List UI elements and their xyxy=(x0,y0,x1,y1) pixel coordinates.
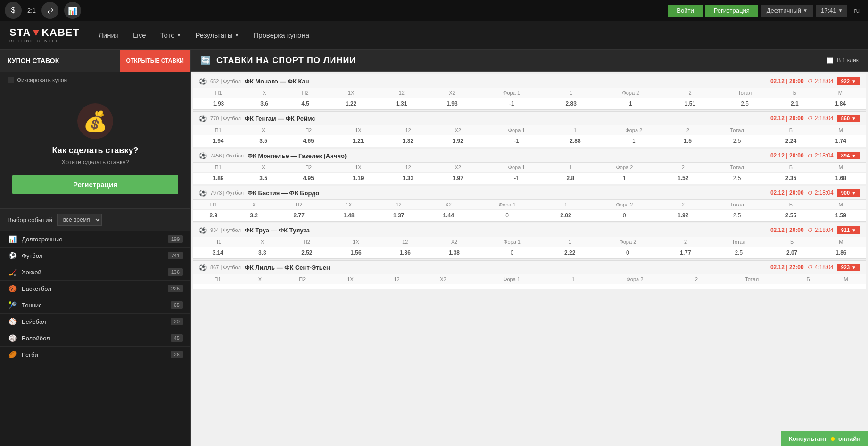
fora2-odd[interactable]: 1.92 xyxy=(658,210,708,222)
total-m[interactable]: 1.74 xyxy=(816,135,866,147)
nav-coupon-check[interactable]: Проверка купона xyxy=(253,29,309,41)
odd-x[interactable]: 3.5 xyxy=(243,135,284,147)
odd-x[interactable]: 3.3 xyxy=(242,247,282,259)
odd-x2[interactable]: 1.93 xyxy=(427,98,477,110)
odd-x2[interactable] xyxy=(419,284,467,289)
in-1-click-checkbox[interactable] xyxy=(827,57,833,64)
sport-item-baseball[interactable]: ⚾ Бейсбол 20 xyxy=(0,314,190,330)
odd-x[interactable]: 3.5 xyxy=(243,173,284,184)
nav-results[interactable]: Результаты ▼ xyxy=(195,29,239,41)
match-id: 7456 | Футбол xyxy=(210,153,244,158)
total-b[interactable]: 2.07 xyxy=(767,247,816,259)
odd-p2[interactable]: 2.77 xyxy=(274,210,324,222)
odd-1x[interactable]: 1.19 xyxy=(333,173,383,184)
fix-checkbox[interactable] xyxy=(8,77,14,83)
match-timer: ⏱ 2:18:04 xyxy=(808,227,834,233)
dollar-icon[interactable]: $ xyxy=(5,2,22,19)
decimal-dropdown[interactable]: Десятичный ▼ xyxy=(761,5,813,17)
fora2-odd[interactable] xyxy=(679,284,713,289)
odd-1x[interactable]: 1.22 xyxy=(326,98,376,110)
col-header: 12 xyxy=(374,274,419,284)
odd-p2[interactable]: 4.5 xyxy=(285,98,326,110)
sport-item-tennis[interactable]: 🎾 Теннис 65 xyxy=(0,297,190,314)
odd-p1[interactable]: 1.89 xyxy=(193,173,243,184)
odd-x[interactable] xyxy=(242,284,278,289)
chart-icon[interactable]: 📊 xyxy=(64,2,81,19)
col-header: П2 xyxy=(274,200,324,210)
total-m[interactable]: 1.86 xyxy=(817,247,866,259)
fora1-val: -1 xyxy=(483,135,550,147)
odd-12[interactable] xyxy=(374,284,419,289)
odd-x[interactable]: 3.6 xyxy=(244,98,285,110)
nav-linia[interactable]: Линия xyxy=(99,29,119,41)
odd-p1[interactable]: 1.94 xyxy=(193,135,243,147)
sport-item-basketball[interactable]: 🏀 Баскетбол 225 xyxy=(0,281,190,297)
total-b[interactable]: 2.1 xyxy=(774,98,815,110)
fora2-odd[interactable]: 1.5 xyxy=(668,135,708,147)
odd-p1[interactable]: 2.9 xyxy=(193,210,234,222)
fora2-odd[interactable]: 1.77 xyxy=(661,247,710,259)
football-icon: ⚽ xyxy=(8,252,17,259)
odd-12[interactable]: 1.37 xyxy=(374,210,424,222)
odd-p2[interactable] xyxy=(278,284,327,289)
register-top-button[interactable]: Регистрация xyxy=(705,5,758,17)
odd-1x[interactable]: 1.56 xyxy=(331,247,380,259)
sport-item-rugby[interactable]: 🏉 Регби 26 xyxy=(0,347,190,363)
odd-p2[interactable]: 4.95 xyxy=(283,173,333,184)
total-m[interactable]: 1.84 xyxy=(815,98,866,110)
total-m[interactable]: 1.68 xyxy=(816,173,866,184)
sport-list: 📊 Долгосрочные 199 ⚽ Футбол 741 🏒 Хоккей… xyxy=(0,231,190,363)
total-b[interactable]: 2.35 xyxy=(766,173,816,184)
fora1-odd[interactable]: 2.88 xyxy=(550,135,600,147)
odd-x[interactable]: 3.2 xyxy=(234,210,274,222)
register-sidebar-button[interactable]: Регистрация xyxy=(12,175,178,194)
col-header: П1 xyxy=(193,125,243,135)
logo[interactable]: STA▼KABET BETTING CENTER xyxy=(9,26,80,43)
total-b[interactable]: 2.24 xyxy=(766,135,816,147)
fora2-odd[interactable]: 1.52 xyxy=(658,173,708,184)
odd-12[interactable]: 1.36 xyxy=(380,247,430,259)
odd-x2[interactable]: 1.44 xyxy=(423,210,473,222)
col-header: М xyxy=(826,274,866,284)
total-m[interactable] xyxy=(826,284,866,289)
odd-p1[interactable]: 1.93 xyxy=(193,98,244,110)
odd-12[interactable]: 1.33 xyxy=(383,173,433,184)
odd-p2[interactable]: 4.65 xyxy=(283,135,333,147)
login-button[interactable]: Войти xyxy=(668,5,702,17)
fora1-odd[interactable]: 2.8 xyxy=(550,173,591,184)
open-bets-button[interactable]: ОТКРЫТЫЕ СТАВКИ xyxy=(120,50,190,72)
odd-1x[interactable]: 1.21 xyxy=(333,135,383,147)
match-block: ⚽ 867 | Футбол ФК Лилль — ФК Сент-Этьен … xyxy=(193,260,866,289)
odd-p1[interactable] xyxy=(193,284,242,289)
odd-12[interactable]: 1.32 xyxy=(383,135,433,147)
odd-1x[interactable]: 1.48 xyxy=(324,210,374,222)
nav-live[interactable]: Live xyxy=(133,29,146,41)
fora2-odd[interactable]: 1.51 xyxy=(665,98,715,110)
lang-display[interactable]: ru xyxy=(850,5,863,17)
sport-item-football[interactable]: ⚽ Футбол 741 xyxy=(0,248,190,264)
odd-p2[interactable]: 2.52 xyxy=(282,247,331,259)
odd-x2[interactable]: 1.38 xyxy=(430,247,479,259)
sport-item-longterm[interactable]: 📊 Долгосрочные 199 xyxy=(0,231,190,248)
exchange-icon[interactable]: ⇄ xyxy=(41,2,58,19)
sport-item-volleyball[interactable]: 🏐 Волейбол 45 xyxy=(0,330,190,347)
odd-p1[interactable]: 3.14 xyxy=(193,247,242,259)
odd-1x[interactable] xyxy=(327,284,374,289)
page-header-icon: 🔄 xyxy=(200,55,211,66)
col-header: М xyxy=(817,237,866,247)
match-id: 770 | Футбол xyxy=(210,116,241,121)
total-b[interactable] xyxy=(790,284,826,289)
total-b[interactable]: 2.55 xyxy=(766,210,816,222)
nav-toto[interactable]: Тото ▼ xyxy=(160,29,181,41)
fora1-odd[interactable]: 2.02 xyxy=(541,210,591,222)
odd-x2[interactable]: 1.92 xyxy=(433,135,483,147)
odd-12[interactable]: 1.31 xyxy=(376,98,427,110)
sport-item-hockey[interactable]: 🏒 Хоккей 136 xyxy=(0,264,190,281)
event-filter-select[interactable]: все время xyxy=(57,214,102,226)
fora1-odd[interactable] xyxy=(556,284,590,289)
odd-x2[interactable]: 1.97 xyxy=(433,173,483,184)
fora1-odd[interactable]: 2.83 xyxy=(546,98,596,110)
fora1-odd[interactable]: 2.22 xyxy=(546,247,595,259)
consultant-bar[interactable]: Консультант онлайн xyxy=(781,431,868,446)
total-m[interactable]: 1.59 xyxy=(816,210,866,222)
